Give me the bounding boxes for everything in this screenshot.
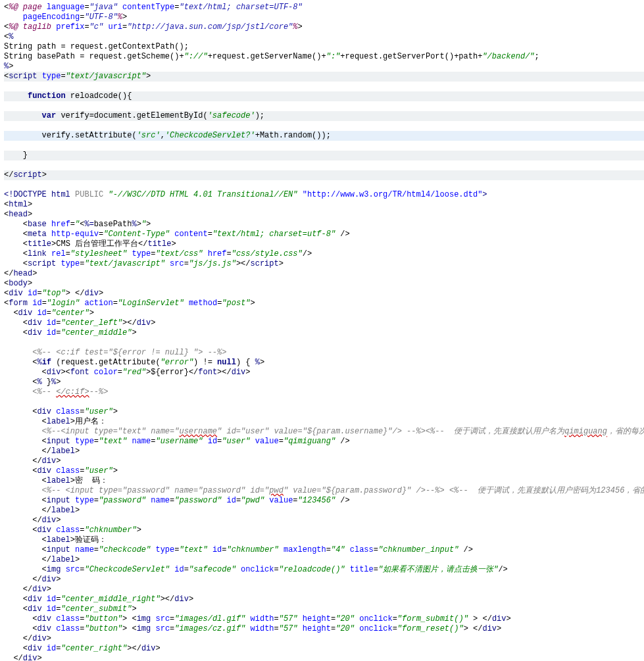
code-line: <link rel="stylesheet" type="text/css" h… xyxy=(4,249,312,258)
code-line: </div> xyxy=(4,654,42,661)
code-line: var verify=document.getElementById('safe… xyxy=(4,111,644,121)
code-line: </div> xyxy=(4,634,51,643)
code-line xyxy=(4,397,9,406)
code-line: String path = request.getContextPath(); xyxy=(4,42,189,51)
code-line: <div class="user"> xyxy=(4,466,118,476)
code-line: <%-- <c:if test="${error != null} "> --%… xyxy=(4,348,226,357)
code-line: String basePath = request.getScheme()+":… xyxy=(4,52,539,61)
code-line: </div> xyxy=(4,516,61,525)
code-line: <div><font color="red">${error}</font></… xyxy=(4,368,251,377)
code-line: <input type="password" name="password" i… xyxy=(4,496,350,505)
code-line: </div> xyxy=(4,585,51,594)
code-line: verify.setAttribute('src','CheckcodeServ… xyxy=(4,131,644,141)
code-line: <input type="text" name="username" id="u… xyxy=(4,437,350,446)
code-line: <div id="top"> </div> xyxy=(4,289,103,298)
code-line: <div id="center_left"></div> xyxy=(4,318,155,328)
code-line: <meta http-equiv="Content-Type" content=… xyxy=(4,230,350,239)
code-line: pageEncoding="UTF-8"%> xyxy=(4,12,127,22)
code-line: <html> xyxy=(4,200,32,209)
code-line: <% }%> xyxy=(4,378,61,387)
code-line: </script> xyxy=(4,170,644,180)
code-line: } xyxy=(4,151,644,160)
code-line: <input name="checkcode" type="text" id="… xyxy=(4,545,473,554)
code-line: <label>密 码： xyxy=(4,476,108,485)
code-line: <% xyxy=(4,32,13,41)
code-line: <img src="CheckcodeServlet" id="safecode… xyxy=(4,565,508,574)
code-line: <%@ page language="java" contentType="te… xyxy=(4,3,303,12)
code-line: <%if (request.getAttribute("error") != n… xyxy=(4,358,264,367)
code-line: <label>验证码： xyxy=(4,535,107,545)
code-line: <body> xyxy=(4,279,32,288)
code-line: <div id="center_right"></div> xyxy=(4,644,161,653)
code-line: <%-- <input type="password" name="passwo… xyxy=(4,486,644,495)
code-line: </label> xyxy=(4,506,80,515)
code-line: <%-- </c:if>--%> xyxy=(4,387,108,397)
code-line: <%@ taglib prefix="c" uri="http://java.s… xyxy=(4,22,303,32)
code-line: </head> xyxy=(4,269,37,278)
code-line: <script type="text/javascript"> xyxy=(4,72,644,82)
code-line: <div id="center_middle"> xyxy=(4,328,137,337)
code-line: <base href="<%=basePath%>"> xyxy=(4,220,151,229)
code-line: <div id="center"> xyxy=(4,308,94,318)
code-line xyxy=(4,338,9,347)
code-line: <form id="login" action="LoginServlet" m… xyxy=(4,299,255,308)
code-line: <label>用户名： xyxy=(4,417,107,426)
code-line: <div id="center_middle_right"></div> xyxy=(4,595,193,604)
code-line: <script type="text/javascript" src="js/j… xyxy=(4,259,284,268)
code-line: function reloadcode(){ xyxy=(4,91,644,101)
code-line: <title>CMS 后台管理工作平台</title> xyxy=(4,239,176,249)
code-line: <div class="button"> <img src="images/dl… xyxy=(4,614,511,624)
code-line: </div> xyxy=(4,456,61,466)
code-line: <!DOCTYPE html PUBLIC "-//W3C//DTD HTML … xyxy=(4,190,487,199)
code-line: %> xyxy=(4,62,13,71)
code-line: <div id="center_submit"> xyxy=(4,604,137,614)
code-line: <%--<input type="text" name="username" i… xyxy=(4,427,644,436)
code-line: </label> xyxy=(4,447,80,456)
code-line: <div class="user"> xyxy=(4,407,118,416)
code-line: </div> xyxy=(4,575,61,584)
code-line: <div class="chknumber"> xyxy=(4,526,141,535)
code-content: <%@ page language="java" contentType="te… xyxy=(4,3,644,661)
code-line: <head> xyxy=(4,210,32,219)
code-line: </label> xyxy=(4,555,80,564)
code-line: <div class="button"> <img src="images/cz… xyxy=(4,624,501,633)
